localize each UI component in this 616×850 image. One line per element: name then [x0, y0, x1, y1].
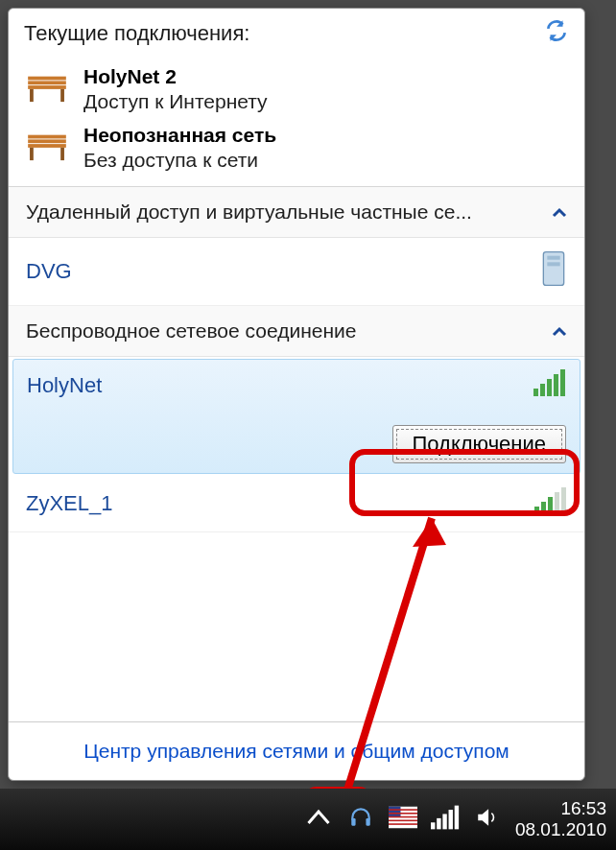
- connection-row: HolyNet 2 Доступ к Интернету: [24, 60, 569, 119]
- svg-rect-34: [442, 814, 446, 829]
- svg-rect-9: [60, 148, 64, 160]
- svg-rect-24: [366, 818, 369, 826]
- section-header-dialup[interactable]: Удаленный доступ и виртуальные частные с…: [9, 187, 584, 238]
- date: 08.01.2010: [515, 819, 606, 840]
- wireless-item-holynet[interactable]: HolyNet Подключение: [12, 359, 580, 474]
- svg-rect-11: [547, 256, 559, 260]
- connect-button[interactable]: Подключение: [392, 425, 567, 463]
- svg-rect-12: [547, 262, 559, 266]
- chevron-up-icon: [552, 319, 567, 342]
- svg-rect-23: [351, 818, 355, 826]
- connection-status: Доступ к Интернету: [83, 89, 268, 114]
- svg-rect-2: [28, 85, 66, 89]
- network-name: HolyNet: [27, 373, 102, 398]
- connection-name: HolyNet 2: [83, 64, 268, 89]
- svg-rect-22: [561, 487, 566, 514]
- connection-name: Неопознанная сеть: [83, 123, 276, 148]
- svg-rect-20: [548, 497, 553, 514]
- svg-rect-36: [455, 806, 459, 830]
- taskbar: 16:53 08.01.2010: [0, 789, 616, 850]
- svg-rect-8: [30, 148, 34, 160]
- flag-icon[interactable]: [389, 805, 417, 834]
- taskbar-clock[interactable]: 16:53 08.01.2010: [515, 798, 606, 840]
- current-connections: HolyNet 2 Доступ к Интернету Неопознанна…: [9, 57, 584, 186]
- svg-rect-33: [437, 818, 440, 829]
- svg-rect-0: [28, 77, 66, 81]
- section-title: Беспроводное сетевое соединение: [26, 319, 356, 342]
- tray-chevron-up-icon[interactable]: [304, 805, 333, 834]
- network-flyout: Текущие подключения: HolyNet 2 Доступ к …: [8, 8, 585, 781]
- svg-rect-27: [389, 809, 417, 811]
- svg-rect-21: [555, 492, 559, 514]
- chevron-up-icon: [552, 201, 567, 224]
- svg-rect-3: [30, 89, 34, 102]
- section-title: Удаленный доступ и виртуальные частные с…: [26, 201, 472, 224]
- connection-status: Без доступа к сети: [83, 148, 276, 173]
- svg-rect-35: [448, 810, 452, 829]
- network-name: ZyXEL_1: [26, 491, 113, 516]
- svg-rect-13: [533, 389, 538, 396]
- computer-icon: [540, 249, 567, 294]
- svg-rect-18: [534, 507, 539, 514]
- wireless-item-zyxel[interactable]: ZyXEL_1: [9, 476, 584, 532]
- svg-rect-5: [28, 134, 66, 138]
- svg-rect-19: [541, 502, 546, 514]
- dialup-item-dvg[interactable]: DVG: [9, 238, 584, 306]
- svg-rect-29: [389, 816, 417, 818]
- svg-rect-32: [431, 822, 435, 829]
- volume-icon[interactable]: [473, 805, 502, 834]
- network-center-link[interactable]: Центр управления сетями и общим доступом: [9, 721, 584, 780]
- svg-rect-6: [28, 139, 66, 143]
- connection-row: Неопознанная сеть Без доступа к сети: [24, 119, 569, 177]
- section-header-wireless[interactable]: Беспроводное сетевое соединение: [9, 306, 584, 357]
- svg-rect-4: [60, 89, 64, 102]
- signal-icon: [534, 487, 567, 520]
- time: 16:53: [515, 798, 606, 819]
- network-tray-icon[interactable]: [431, 805, 460, 834]
- svg-rect-14: [540, 384, 545, 396]
- bench-icon: [24, 130, 70, 166]
- network-name: DVG: [26, 259, 72, 284]
- bench-icon: [24, 71, 70, 107]
- svg-rect-16: [554, 374, 558, 396]
- signal-icon: [533, 369, 566, 402]
- headset-icon[interactable]: [346, 805, 375, 834]
- svg-rect-1: [28, 82, 66, 85]
- svg-rect-30: [389, 820, 417, 822]
- svg-rect-28: [389, 813, 417, 815]
- svg-rect-26: [389, 807, 401, 817]
- system-tray: [304, 805, 502, 834]
- wireless-list: HolyNet Подключение ZyXEL_1: [9, 357, 584, 532]
- flyout-header: Текущие подключения:: [9, 9, 584, 57]
- refresh-icon[interactable]: [544, 18, 569, 49]
- svg-rect-7: [28, 144, 66, 148]
- header-title: Текущие подключения:: [24, 21, 249, 46]
- svg-rect-31: [389, 823, 417, 825]
- svg-rect-15: [547, 379, 552, 396]
- svg-rect-17: [560, 369, 565, 396]
